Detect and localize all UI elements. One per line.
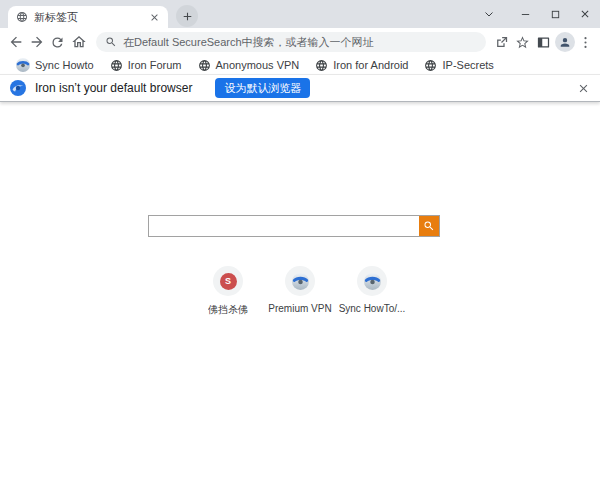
tile-circle: S: [213, 266, 243, 296]
window-maximize-button[interactable]: [540, 0, 570, 28]
home-button[interactable]: [68, 31, 89, 53]
globe-icon: [315, 59, 328, 72]
globe-icon: [198, 59, 211, 72]
tile-circle: [357, 266, 387, 296]
plus-icon: [181, 10, 194, 23]
search-icon: [105, 36, 117, 48]
bookmark-label: Sync Howto: [35, 59, 94, 71]
shortcut-tile-1[interactable]: S 佛挡杀佛: [192, 266, 264, 317]
menu-button[interactable]: [575, 31, 596, 53]
letter-avatar: S: [220, 273, 237, 290]
shortcut-tile-3[interactable]: Sync HowTo/...: [336, 266, 408, 317]
iron-sphere-icon: [364, 273, 381, 290]
forward-arrow-icon: [29, 34, 45, 50]
address-bar[interactable]: [96, 32, 486, 52]
window-controls: [474, 0, 600, 28]
window-close-button[interactable]: [570, 0, 600, 28]
tile-label: Premium VPN: [268, 303, 331, 314]
address-input[interactable]: [123, 36, 477, 48]
default-browser-infobar: Iron isn’t your default browser 设为默认浏览器: [0, 74, 600, 102]
star-icon: [515, 35, 530, 50]
navigation-toolbar: [0, 28, 600, 56]
page-search-input[interactable]: [149, 216, 419, 236]
side-panel-icon: [536, 35, 551, 50]
tile-circle: [285, 266, 315, 296]
back-arrow-icon: [8, 34, 24, 50]
tile-label: 佛挡杀佛: [208, 303, 248, 317]
new-tab-page: S 佛挡杀佛 Premium VPN Sync HowTo/...: [0, 102, 600, 480]
minimize-icon: [520, 9, 531, 20]
shortcut-tile-2[interactable]: Premium VPN: [264, 266, 336, 317]
bookmark-label: Iron for Android: [333, 59, 408, 71]
globe-icon: [424, 59, 437, 72]
bookmark-anonymous-vpn[interactable]: Anonymous VPN: [190, 57, 308, 73]
tab-favicon-globe-icon: [16, 11, 28, 23]
side-panel-button[interactable]: [533, 31, 554, 53]
shortcut-tiles: S 佛挡杀佛 Premium VPN Sync HowTo/...: [0, 266, 600, 317]
avatar: [555, 32, 575, 52]
home-icon: [71, 34, 87, 50]
bookmark-label: IP-Secrets: [442, 59, 493, 71]
profile-button[interactable]: [554, 31, 575, 53]
page-search-button[interactable]: [419, 216, 439, 236]
search-icon: [423, 220, 435, 232]
bookmark-button[interactable]: [512, 31, 533, 53]
tab-title: 新标签页: [34, 10, 143, 25]
bookmark-label: Iron Forum: [128, 59, 182, 71]
iron-sphere-icon: [292, 273, 309, 290]
bookmark-ip-secrets[interactable]: IP-Secrets: [416, 57, 501, 73]
reload-button[interactable]: [47, 31, 68, 53]
new-tab-button[interactable]: [176, 5, 198, 27]
share-button[interactable]: [491, 31, 512, 53]
iron-logo-icon: [10, 80, 26, 96]
set-default-browser-button[interactable]: 设为默认浏览器: [215, 78, 310, 98]
maximize-icon: [550, 9, 561, 20]
titlebar: 新标签页: [0, 0, 600, 28]
bookmark-iron-for-android[interactable]: Iron for Android: [307, 57, 416, 73]
three-dots-icon: [578, 35, 593, 50]
bookmark-label: Anonymous VPN: [216, 59, 300, 71]
tile-label: Sync HowTo/...: [339, 303, 406, 314]
forward-button[interactable]: [26, 31, 47, 53]
infobar-message: Iron isn’t your default browser: [35, 81, 192, 95]
bookmarks-bar: Sync Howto Iron Forum Anonymous VPN Iron…: [0, 56, 600, 74]
page-search-form: [148, 215, 440, 237]
close-icon: [579, 8, 591, 20]
window-chevron-button[interactable]: [474, 0, 504, 28]
iron-sphere-icon: [16, 58, 30, 72]
browser-tab[interactable]: 新标签页: [8, 6, 168, 28]
globe-icon: [110, 59, 123, 72]
chevron-down-icon: [483, 8, 495, 20]
tab-close-icon[interactable]: [149, 12, 160, 23]
window-minimize-button[interactable]: [510, 0, 540, 28]
share-icon: [494, 35, 509, 50]
back-button[interactable]: [5, 31, 26, 53]
bookmark-iron-forum[interactable]: Iron Forum: [102, 57, 190, 73]
reload-icon: [50, 35, 65, 50]
bookmark-sync-howto[interactable]: Sync Howto: [8, 57, 102, 73]
infobar-close-icon[interactable]: [577, 82, 590, 95]
